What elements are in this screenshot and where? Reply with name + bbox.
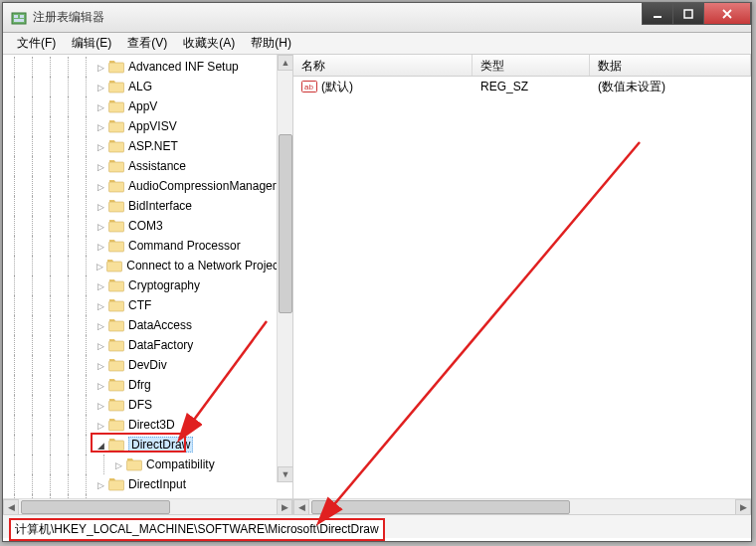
tree-item[interactable]: Direct3D: [5, 415, 292, 435]
tree-horizontal-scrollbar[interactable]: ◀ ▶: [3, 498, 292, 514]
scroll-left-icon[interactable]: ◀: [293, 499, 309, 515]
tree-item[interactable]: CTF: [5, 295, 292, 315]
tree-item[interactable]: ASP.NET: [5, 136, 292, 156]
minimize-button[interactable]: [642, 3, 673, 25]
tree-item[interactable]: COM3: [5, 216, 292, 236]
svg-rect-15: [109, 242, 124, 252]
expander-closed-icon[interactable]: [94, 241, 106, 252]
svg-rect-12: [109, 182, 124, 192]
value-data: (数值未设置): [590, 79, 751, 95]
expander-closed-icon[interactable]: [94, 221, 106, 232]
expander-closed-icon[interactable]: [94, 101, 106, 112]
tree-vertical-scrollbar[interactable]: ▲ ▼: [277, 55, 292, 482]
maximize-button[interactable]: [672, 3, 704, 25]
column-header-name[interactable]: 名称: [293, 55, 472, 76]
expander-closed-icon[interactable]: [94, 320, 106, 331]
tree-item-label: DirectDraw: [128, 437, 193, 453]
tree-item-label: DFS: [128, 398, 152, 412]
tree-item[interactable]: Advanced INF Setup: [5, 57, 292, 77]
tree-item[interactable]: AppV: [5, 96, 292, 116]
expander-closed-icon[interactable]: [94, 141, 106, 152]
status-path: 计算机\HKEY_LOCAL_MACHINE\SOFTWARE\Microsof…: [9, 518, 385, 541]
expander-closed-icon[interactable]: [94, 340, 106, 351]
svg-rect-11: [109, 162, 124, 172]
svg-rect-23: [109, 401, 124, 411]
expander-closed-icon[interactable]: [112, 459, 124, 470]
svg-rect-27: [109, 480, 124, 490]
svg-rect-1: [14, 15, 18, 18]
menu-edit[interactable]: 编辑(E): [64, 33, 119, 54]
folder-icon: [108, 60, 124, 74]
list-horizontal-scrollbar[interactable]: ◀ ▶: [293, 498, 751, 514]
menu-help[interactable]: 帮助(H): [243, 33, 299, 54]
scroll-left-icon[interactable]: ◀: [3, 499, 19, 515]
close-button[interactable]: [703, 3, 751, 25]
expander-closed-icon[interactable]: [94, 280, 106, 291]
folder-icon: [108, 438, 124, 452]
tree-item[interactable]: DirectInput: [5, 474, 292, 494]
tree-item[interactable]: Dfrg: [5, 375, 292, 395]
list-pane: 名称 类型 数据 ab(默认)REG_SZ(数值未设置) ◀ ▶: [293, 55, 751, 514]
menu-view[interactable]: 查看(V): [119, 33, 175, 54]
expander-closed-icon[interactable]: [94, 380, 106, 391]
tree-item-label: AppVISV: [128, 119, 177, 133]
tree-item-label: DataAccess: [128, 318, 192, 332]
tree-item[interactable]: Assistance: [5, 156, 292, 176]
tree-item[interactable]: DevDiv: [5, 355, 292, 375]
tree-item[interactable]: AppVISV: [5, 116, 292, 136]
tree-item-label: AudioCompressionManager: [128, 179, 277, 193]
expander-closed-icon[interactable]: [94, 62, 106, 73]
tree-item[interactable]: Command Processor: [5, 236, 292, 256]
menu-favorites[interactable]: 收藏夹(A): [175, 33, 243, 54]
svg-rect-10: [109, 142, 124, 152]
expander-closed-icon[interactable]: [94, 181, 106, 192]
folder-icon: [108, 398, 124, 412]
tree-item[interactable]: DataFactory: [5, 335, 292, 355]
scroll-right-icon[interactable]: ▶: [735, 499, 751, 515]
scroll-right-icon[interactable]: ▶: [277, 499, 292, 515]
svg-rect-19: [109, 321, 124, 331]
expander-closed-icon[interactable]: [94, 300, 106, 311]
tree-item-label: Connect to a Network Projector: [126, 259, 292, 273]
tree-item-label: ASP.NET: [128, 139, 178, 153]
tree-item[interactable]: AudioCompressionManager: [5, 176, 292, 196]
folder-icon: [108, 239, 124, 253]
column-header-data[interactable]: 数据: [590, 55, 751, 76]
expander-closed-icon[interactable]: [94, 261, 104, 272]
list-row[interactable]: ab(默认)REG_SZ(数值未设置): [293, 77, 751, 96]
tree-item[interactable]: ALG: [5, 77, 292, 96]
expander-closed-icon[interactable]: [94, 420, 106, 431]
expander-closed-icon[interactable]: [94, 201, 106, 212]
tree-item[interactable]: DirectDraw: [5, 435, 292, 455]
menu-file[interactable]: 文件(F): [9, 33, 64, 54]
scroll-down-icon[interactable]: ▼: [278, 466, 292, 482]
tree-item-label: DevDiv: [128, 358, 167, 372]
expander-closed-icon[interactable]: [94, 360, 106, 371]
expander-closed-icon[interactable]: [94, 82, 106, 92]
tree-item[interactable]: DataAccess: [5, 315, 292, 335]
folder-icon: [108, 159, 124, 173]
tree-hscroll-thumb[interactable]: [21, 500, 170, 514]
column-header-type[interactable]: 类型: [472, 55, 590, 76]
expander-closed-icon[interactable]: [94, 121, 106, 132]
folder-icon: [108, 318, 124, 332]
list-hscroll-thumb[interactable]: [311, 500, 570, 514]
tree-item-label: CTF: [128, 298, 151, 312]
tree-vscroll-thumb[interactable]: [279, 134, 292, 313]
expander-closed-icon[interactable]: [94, 400, 106, 411]
folder-icon: [108, 298, 124, 312]
folder-icon: [108, 80, 124, 93]
folder-icon: [108, 477, 124, 491]
tree-item[interactable]: Connect to a Network Projector: [5, 256, 292, 275]
expander-open-icon[interactable]: [94, 440, 106, 451]
svg-rect-4: [654, 16, 662, 18]
tree-item[interactable]: Compatibility: [5, 455, 292, 474]
tree-item[interactable]: Cryptography: [5, 275, 292, 295]
scroll-up-icon[interactable]: ▲: [278, 55, 292, 71]
tree-item[interactable]: DFS: [5, 395, 292, 415]
tree-item[interactable]: BidInterface: [5, 196, 292, 216]
expander-closed-icon[interactable]: [94, 479, 106, 490]
value-name: (默认): [321, 79, 353, 95]
registry-tree[interactable]: Advanced INF SetupALGAppVAppVISVASP.NETA…: [3, 55, 292, 498]
expander-closed-icon[interactable]: [94, 161, 106, 172]
